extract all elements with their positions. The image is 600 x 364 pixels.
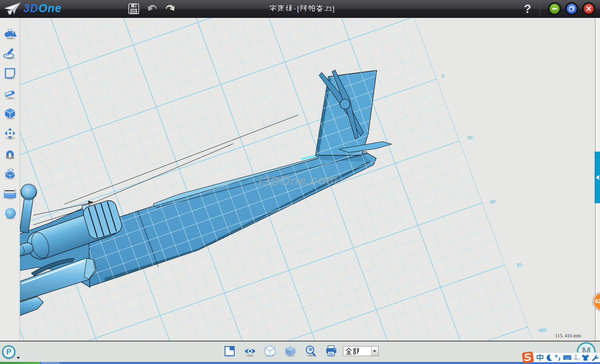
svg-text:]: ]: [332, 5, 335, 13]
svg-text:-: -: [294, 5, 296, 12]
svg-text:.Z1: .Z1: [324, 5, 332, 12]
svg-text:14: 14: [576, 357, 580, 361]
svg-text:[: [: [297, 5, 299, 13]
